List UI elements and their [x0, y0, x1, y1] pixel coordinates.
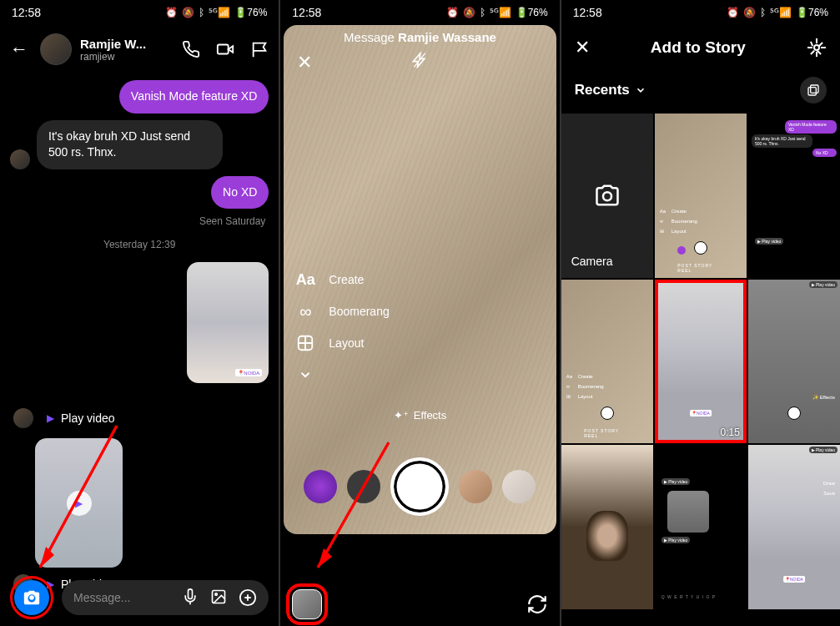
bluetooth-icon: ᛒ	[480, 7, 485, 18]
svg-marker-9	[318, 548, 332, 568]
boomerang-option[interactable]: ∞ Boomerang	[294, 302, 389, 321]
gallery-thumbnail[interactable]	[292, 589, 322, 619]
timestamp: Yesterday 12:39	[10, 239, 269, 250]
message-received[interactable]: It's okay bruh XD Just send 500 rs. Thnx…	[37, 120, 223, 169]
signal-icon: ⁵ᴳ📶	[490, 7, 511, 18]
status-time: 12:58	[12, 6, 41, 19]
message-sent[interactable]: Vanish Mode feature XD	[119, 80, 269, 114]
alarm-icon: ⏰	[165, 7, 178, 18]
close-icon[interactable]: ✕	[297, 52, 312, 73]
signal-icon: ⁵ᴳ📶	[770, 7, 792, 18]
multi-select-button[interactable]	[800, 77, 827, 103]
story-screen: 12:58 ⏰ 🔕 ᛒ ⁵ᴳ📶 🔋76% ✕ Add to Story Rece…	[561, 0, 840, 626]
gallery-item[interactable]: ▶ Play video ▶ Play video Q W E R T Y U …	[655, 445, 747, 609]
play-overlay-icon: ▶	[67, 491, 92, 516]
mic-icon[interactable]	[182, 588, 199, 607]
profile-section[interactable]: Ramjie W... ramjiew	[40, 33, 146, 65]
effects-badge[interactable]: ✦⁺ Effects	[394, 409, 447, 422]
chat-screen: 12:58 ⏰ 🔕 ᛒ ⁵ᴳ📶 🔋76% ← Ramjie W... ramji…	[0, 0, 279, 626]
message-input-bar: Message...	[0, 569, 279, 626]
back-button[interactable]: ←	[10, 38, 28, 60]
chevron-down-icon	[635, 84, 646, 96]
camera-icon	[595, 183, 620, 208]
status-icons: ⏰ 🔕 ᛒ ⁵ᴳ📶 🔋76%	[446, 7, 548, 18]
status-time: 12:58	[573, 6, 602, 19]
camera-header: Message Ramjie Wassane	[280, 30, 559, 44]
gallery-item[interactable]: ▶ Play video Draw Save 📍NOIDA	[748, 445, 840, 609]
location-badge: 📍NOIDA	[235, 369, 262, 376]
signal-icon: ⁵ᴳ📶	[209, 7, 230, 18]
chat-header: ← Ramjie W... ramjiew	[0, 25, 279, 73]
video-call-icon[interactable]	[215, 40, 235, 58]
flag-icon[interactable]	[250, 40, 269, 58]
messages-area: Vanish Mode feature XD It's okay bruh XD…	[0, 73, 279, 591]
filter-option[interactable]	[304, 470, 337, 503]
gallery-grid: Camera AaCreate ∞Boomerang ⊞Layout POST …	[561, 114, 840, 609]
create-option[interactable]: Aa Create	[294, 270, 389, 289]
play-video-row[interactable]: ▶ Play video	[10, 403, 269, 433]
play-video-label: Play video	[61, 411, 115, 425]
dnd-icon: 🔕	[463, 7, 475, 18]
message-avatar	[13, 408, 33, 428]
settings-icon[interactable]	[807, 38, 827, 58]
filter-option[interactable]	[459, 470, 492, 503]
battery-text: 🔋76%	[796, 7, 828, 18]
svg-point-2	[215, 593, 218, 596]
message-input[interactable]: Message...	[62, 580, 269, 615]
video-thumbnail[interactable]: 📍NOIDA	[187, 262, 269, 383]
story-header: ✕ Add to Story	[561, 25, 840, 70]
message-sent[interactable]: No XD	[211, 176, 269, 210]
status-bar: 12:58 ⏰ 🔕 ᛒ ⁵ᴳ📶 🔋76%	[280, 0, 559, 25]
alarm-icon: ⏰	[446, 7, 459, 18]
status-time: 12:58	[292, 6, 321, 19]
close-icon[interactable]: ✕	[575, 37, 590, 58]
battery-text: 🔋76%	[234, 7, 267, 18]
gallery-item[interactable]: AaCreate ∞Boomerang ⊞Layout POST STORY R…	[655, 114, 747, 278]
gallery-item[interactable]	[561, 445, 653, 609]
svg-rect-11	[811, 85, 818, 93]
layout-option[interactable]: Layout	[294, 334, 389, 352]
camera-options: Aa Create ∞ Boomerang Layout	[294, 270, 389, 384]
recents-row: Recents	[561, 70, 840, 114]
call-icon[interactable]	[182, 40, 200, 58]
svg-rect-0	[218, 45, 229, 54]
svg-rect-12	[808, 88, 816, 95]
camera-tile[interactable]: Camera	[561, 114, 653, 278]
shutter-button[interactable]	[390, 457, 449, 516]
bluetooth-icon: ᛒ	[760, 7, 766, 18]
flash-icon[interactable]	[411, 52, 428, 68]
status-bar: 12:58 ⏰ 🔕 ᛒ ⁵ᴳ📶 🔋76%	[0, 0, 279, 25]
expand-option[interactable]	[294, 366, 389, 384]
highlight-annotation	[10, 576, 53, 619]
gallery-item[interactable]: AaCreate ∞Boomerang ⊞Layout POST STORY R…	[561, 280, 653, 444]
status-icons: ⏰ 🔕 ᛒ ⁵ᴳ📶 🔋76%	[727, 7, 828, 18]
filter-option[interactable]	[502, 470, 536, 503]
add-icon[interactable]	[239, 588, 257, 607]
alarm-icon: ⏰	[727, 7, 739, 18]
filter-option[interactable]	[347, 470, 380, 503]
svg-point-10	[814, 45, 819, 50]
contact-name: Ramjie W...	[80, 37, 146, 51]
bottom-row	[292, 589, 547, 619]
video-duration: 0:15	[721, 427, 740, 438]
dnd-icon: 🔕	[743, 7, 756, 18]
gallery-item[interactable]: Vanish Mode feature XD It's okay bruh XD…	[748, 114, 840, 278]
dnd-icon: 🔕	[182, 7, 194, 18]
play-icon: ▶	[47, 412, 54, 424]
seen-status: Seen Saturday	[10, 215, 269, 227]
recents-selector[interactable]: Recents	[575, 82, 646, 98]
camera-button[interactable]	[14, 580, 49, 615]
svg-point-13	[603, 193, 611, 201]
header-actions	[182, 40, 269, 58]
status-icons: ⏰ 🔕 ᛒ ⁵ᴳ📶 🔋76%	[165, 7, 267, 18]
switch-camera-icon[interactable]	[526, 593, 548, 615]
shutter-row	[280, 457, 559, 516]
message-avatar	[10, 149, 30, 169]
gallery-item-selected[interactable]: 📍NOIDA 0:15	[655, 280, 747, 444]
video-preview[interactable]: ▶	[35, 438, 123, 568]
bluetooth-icon: ᛒ	[199, 7, 204, 18]
camera-screen: 12:58 ⏰ 🔕 ᛒ ⁵ᴳ📶 🔋76% Message Ramjie Wass…	[280, 0, 559, 626]
gallery-icon[interactable]	[210, 588, 227, 607]
gallery-item[interactable]: ▶ Play video ✨ Effects	[748, 280, 840, 444]
battery-text: 🔋76%	[516, 7, 548, 18]
